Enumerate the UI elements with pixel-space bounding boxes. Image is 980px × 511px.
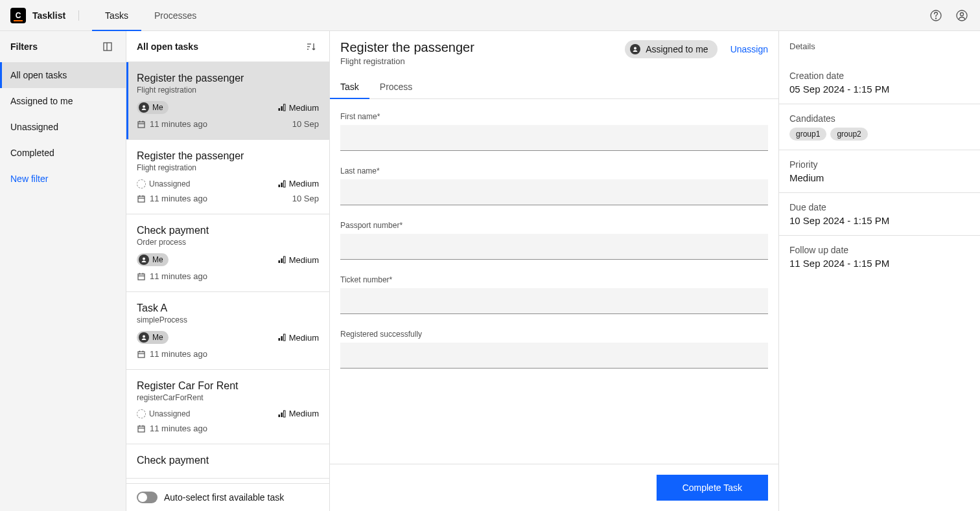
svg-rect-35 bbox=[283, 334, 285, 341]
nav-tab-tasks[interactable]: Tasks bbox=[92, 0, 141, 31]
task-card[interactable]: Register the passengerFlight registratio… bbox=[126, 62, 329, 140]
app-logo: C bbox=[10, 8, 26, 23]
candidates-label: Candidates bbox=[789, 113, 970, 124]
task-list-title: All open tasks bbox=[137, 41, 198, 52]
follow-up-date-value: 11 Sep 2024 - 1:15 PM bbox=[789, 258, 970, 269]
calendar-icon bbox=[137, 350, 146, 359]
due-date-value: 10 Sep 2024 - 1:15 PM bbox=[789, 215, 970, 226]
due-date: 10 Sep bbox=[292, 194, 319, 203]
task-subtitle: registerCarForRent bbox=[137, 393, 319, 402]
filter-completed[interactable]: Completed bbox=[0, 140, 126, 166]
filter-new[interactable]: New filter bbox=[0, 166, 126, 192]
task-title: Register Car For Rent bbox=[137, 380, 319, 392]
label-last-name: Last name* bbox=[340, 166, 768, 176]
sidebar-title: Details bbox=[779, 31, 980, 62]
assigned-to-label: Assigned to me bbox=[646, 44, 708, 54]
app-header: C Tasklist Tasks Processes bbox=[0, 0, 980, 31]
calendar-icon bbox=[137, 272, 146, 281]
svg-rect-33 bbox=[278, 338, 280, 341]
priority-label: Medium bbox=[289, 103, 319, 113]
priority-badge: Medium bbox=[277, 179, 319, 188]
task-title: Register the passenger bbox=[137, 73, 319, 84]
nav-tab-processes[interactable]: Processes bbox=[141, 0, 209, 31]
task-card[interactable]: Task AsimpleProcessMeMedium11 minutes ag… bbox=[126, 292, 329, 370]
task-card[interactable]: Register Car For RentregisterCarForRentU… bbox=[126, 370, 329, 444]
auto-select-label: Auto-select first available task bbox=[164, 492, 284, 503]
bar-chart-icon bbox=[277, 255, 286, 264]
app-name: Tasklist bbox=[32, 10, 79, 21]
priority-badge: Medium bbox=[277, 333, 319, 343]
priority-label: Medium bbox=[289, 409, 319, 418]
svg-point-47 bbox=[634, 47, 636, 50]
sort-icon[interactable] bbox=[303, 39, 319, 54]
svg-rect-20 bbox=[138, 196, 145, 202]
created-time: 11 minutes ago bbox=[137, 271, 207, 281]
unassigned-icon bbox=[137, 409, 146, 418]
calendar-icon bbox=[137, 120, 146, 129]
task-title: Check payment bbox=[137, 225, 319, 236]
follow-up-date-label: Follow up date bbox=[789, 245, 970, 255]
detail-title: Register the passenger bbox=[340, 40, 474, 55]
svg-point-3 bbox=[961, 12, 964, 16]
assignee-chip-me: Me bbox=[137, 253, 169, 266]
priority-value: Medium bbox=[789, 172, 970, 183]
task-title: Check payment bbox=[137, 455, 319, 466]
registered-input[interactable] bbox=[340, 343, 768, 369]
tab-process[interactable]: Process bbox=[369, 75, 423, 98]
label-ticket: Ticket number* bbox=[340, 275, 768, 284]
priority-label: Medium bbox=[289, 255, 319, 265]
detail-subtitle: Flight registration bbox=[340, 56, 474, 66]
label-passport: Passport number* bbox=[340, 221, 768, 230]
task-subtitle: Flight registration bbox=[137, 85, 319, 95]
auto-select-toggle[interactable] bbox=[137, 492, 158, 503]
user-profile-icon[interactable] bbox=[954, 8, 970, 23]
task-card[interactable]: Check paymentOrder processMeMedium11 min… bbox=[126, 214, 329, 292]
details-sidebar: Details Creation date 05 Sep 2024 - 1:15… bbox=[779, 31, 980, 511]
priority-label: Medium bbox=[289, 179, 319, 188]
user-avatar-icon bbox=[139, 332, 149, 343]
passport-input[interactable] bbox=[340, 234, 768, 260]
panel-collapse-icon[interactable] bbox=[100, 39, 115, 54]
filter-unassigned[interactable]: Unassigned bbox=[0, 114, 126, 140]
task-card[interactable]: Register the passengerFlight registratio… bbox=[126, 140, 329, 214]
svg-rect-42 bbox=[283, 411, 285, 417]
svg-rect-28 bbox=[138, 274, 145, 280]
help-icon[interactable] bbox=[928, 8, 944, 23]
unassign-button[interactable]: Unassign bbox=[730, 44, 768, 54]
ticket-input[interactable] bbox=[340, 288, 768, 314]
priority-badge: Medium bbox=[277, 103, 319, 113]
svg-rect-26 bbox=[281, 258, 283, 263]
task-card[interactable]: Check payment bbox=[126, 444, 329, 479]
assignee-label: Me bbox=[152, 333, 163, 342]
calendar-icon bbox=[137, 194, 146, 203]
task-subtitle: Order process bbox=[137, 238, 319, 247]
svg-rect-25 bbox=[278, 260, 280, 263]
filter-assigned-me[interactable]: Assigned to me bbox=[0, 88, 126, 114]
tab-task[interactable]: Task bbox=[330, 75, 369, 98]
user-avatar-icon bbox=[139, 255, 149, 265]
unassigned-icon bbox=[137, 179, 146, 188]
time-label: 11 minutes ago bbox=[150, 424, 207, 433]
assignee-chip-me: Me bbox=[137, 331, 169, 344]
last-name-input[interactable] bbox=[340, 179, 768, 205]
filter-all-open[interactable]: All open tasks bbox=[0, 62, 126, 88]
svg-rect-18 bbox=[281, 183, 283, 187]
task-subtitle: simpleProcess bbox=[137, 315, 319, 324]
time-label: 11 minutes ago bbox=[150, 194, 207, 203]
svg-rect-40 bbox=[278, 414, 280, 417]
created-time: 11 minutes ago bbox=[137, 349, 207, 359]
task-title: Task A bbox=[137, 302, 319, 314]
first-name-input[interactable] bbox=[340, 125, 768, 151]
created-time: 11 minutes ago bbox=[137, 424, 207, 433]
assignee-chip-unassigned: Unassigned bbox=[137, 409, 190, 418]
bar-chart-icon bbox=[277, 333, 286, 342]
time-label: 11 minutes ago bbox=[150, 271, 207, 281]
complete-task-button[interactable]: Complete Task bbox=[657, 475, 768, 501]
priority-label: Priority bbox=[789, 159, 970, 170]
task-list-body[interactable]: Register the passengerFlight registratio… bbox=[126, 62, 329, 483]
svg-rect-19 bbox=[283, 181, 285, 187]
svg-point-24 bbox=[143, 258, 145, 260]
task-subtitle: Flight registration bbox=[137, 163, 319, 172]
label-registered: Registered successfully bbox=[340, 330, 768, 339]
svg-rect-34 bbox=[281, 336, 283, 341]
